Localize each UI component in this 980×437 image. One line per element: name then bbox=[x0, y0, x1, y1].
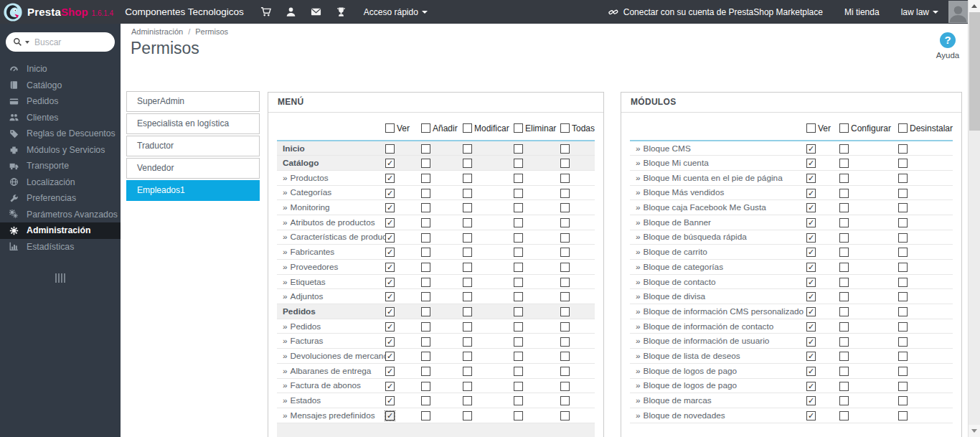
permission-checkbox[interactable] bbox=[839, 367, 849, 376]
permission-checkbox[interactable] bbox=[463, 382, 472, 391]
permission-checkbox[interactable] bbox=[421, 307, 430, 316]
permission-checkbox[interactable] bbox=[421, 174, 430, 183]
permission-checkbox[interactable] bbox=[898, 233, 908, 243]
permission-checkbox[interactable] bbox=[421, 352, 430, 361]
permission-checkbox[interactable] bbox=[839, 159, 849, 168]
permission-checkbox[interactable] bbox=[898, 367, 908, 376]
permission-checkbox[interactable] bbox=[839, 278, 849, 287]
permission-checkbox[interactable] bbox=[421, 233, 430, 243]
permission-checkbox[interactable] bbox=[560, 233, 570, 243]
permission-checkbox[interactable]: ✓ bbox=[806, 159, 816, 168]
permission-checkbox[interactable] bbox=[514, 292, 523, 301]
permission-checkbox[interactable] bbox=[463, 322, 472, 332]
help-button[interactable]: ? Ayuda bbox=[930, 32, 965, 60]
permission-checkbox[interactable] bbox=[898, 396, 908, 405]
profile-item-vendedor[interactable]: Vendedor bbox=[126, 158, 260, 179]
permission-checkbox[interactable] bbox=[839, 263, 849, 272]
permission-checkbox[interactable] bbox=[514, 248, 523, 257]
permission-checkbox[interactable] bbox=[560, 278, 570, 287]
profile-item-especialista-en-logistica[interactable]: Especialista en logística bbox=[126, 113, 260, 134]
permission-checkbox[interactable] bbox=[514, 411, 523, 420]
permission-checkbox[interactable]: ✓ bbox=[385, 367, 395, 376]
permission-checkbox[interactable] bbox=[560, 292, 570, 301]
permission-checkbox[interactable] bbox=[514, 218, 523, 227]
permission-checkbox[interactable] bbox=[560, 396, 570, 405]
breadcrumb-section[interactable]: Administración bbox=[131, 27, 183, 36]
permission-checkbox[interactable]: ✓ bbox=[806, 411, 816, 420]
permission-checkbox[interactable] bbox=[839, 233, 849, 243]
permission-checkbox[interactable] bbox=[463, 307, 472, 316]
sidebar-item-parametros-avanzados[interactable]: Parámetros Avanzados bbox=[0, 207, 121, 223]
permission-checkbox[interactable] bbox=[560, 144, 570, 154]
permission-checkbox[interactable] bbox=[463, 218, 472, 227]
permission-checkbox[interactable]: ✓ bbox=[385, 278, 395, 287]
permission-checkbox[interactable] bbox=[514, 307, 523, 316]
permission-checkbox[interactable] bbox=[560, 174, 570, 183]
permission-checkbox[interactable]: ✓ bbox=[806, 189, 816, 198]
permission-checkbox[interactable] bbox=[421, 367, 430, 376]
permission-checkbox[interactable] bbox=[839, 218, 849, 227]
permission-checkbox[interactable] bbox=[421, 248, 430, 257]
permission-checkbox[interactable] bbox=[839, 292, 849, 301]
permission-checkbox[interactable]: ✓ bbox=[806, 174, 816, 183]
permission-checkbox[interactable] bbox=[463, 144, 472, 154]
permission-checkbox[interactable] bbox=[514, 337, 523, 347]
permission-checkbox[interactable] bbox=[839, 307, 849, 316]
permission-checkbox[interactable] bbox=[560, 307, 570, 316]
select-all-todas-checkbox[interactable] bbox=[560, 123, 570, 133]
permission-checkbox[interactable] bbox=[514, 382, 523, 391]
permission-checkbox[interactable] bbox=[463, 337, 472, 347]
permission-checkbox[interactable] bbox=[560, 263, 570, 272]
permission-checkbox[interactable] bbox=[514, 367, 523, 376]
permission-checkbox[interactable] bbox=[514, 144, 523, 154]
permission-checkbox[interactable]: ✓ bbox=[385, 233, 395, 243]
permission-checkbox[interactable] bbox=[898, 174, 908, 183]
user-icon[interactable] bbox=[286, 6, 296, 17]
permission-checkbox[interactable] bbox=[839, 203, 849, 212]
permission-checkbox[interactable] bbox=[463, 367, 472, 376]
permission-checkbox[interactable]: ✓ bbox=[385, 218, 395, 227]
permission-checkbox[interactable]: ✓ bbox=[385, 352, 395, 361]
permission-checkbox[interactable]: ✓ bbox=[806, 292, 816, 301]
permission-checkbox[interactable] bbox=[463, 278, 472, 287]
avatar[interactable] bbox=[948, 1, 968, 23]
permission-checkbox[interactable] bbox=[839, 411, 849, 420]
permission-checkbox[interactable] bbox=[463, 396, 472, 405]
permission-checkbox[interactable] bbox=[560, 322, 570, 332]
profile-item-superadmin[interactable]: SuperAdmin bbox=[126, 91, 260, 112]
permission-checkbox[interactable] bbox=[560, 159, 570, 168]
permission-checkbox[interactable] bbox=[839, 382, 849, 391]
permission-checkbox[interactable]: ✓ bbox=[385, 307, 395, 316]
permission-checkbox[interactable]: ✓ bbox=[385, 263, 395, 272]
sidebar-item-administracion[interactable]: Administración bbox=[0, 222, 121, 239]
permission-checkbox[interactable] bbox=[898, 411, 908, 420]
permission-checkbox[interactable] bbox=[463, 233, 472, 243]
permission-checkbox[interactable] bbox=[839, 174, 849, 183]
permission-checkbox[interactable] bbox=[421, 382, 430, 391]
permission-checkbox[interactable] bbox=[839, 248, 849, 257]
permission-checkbox[interactable]: ✓ bbox=[806, 382, 816, 391]
permission-checkbox[interactable] bbox=[560, 218, 570, 227]
permission-checkbox[interactable] bbox=[898, 292, 908, 301]
sidebar-item-inicio[interactable]: Inicio bbox=[0, 61, 121, 77]
permission-checkbox[interactable] bbox=[898, 263, 908, 272]
select-all-eliminar-checkbox[interactable] bbox=[514, 123, 523, 133]
permission-checkbox[interactable] bbox=[463, 159, 472, 168]
permission-checkbox[interactable]: ✓ bbox=[806, 218, 816, 227]
sidebar-search[interactable] bbox=[6, 32, 115, 52]
permission-checkbox[interactable] bbox=[898, 278, 908, 287]
marketplace-link[interactable]: Conectar con su cuenta de PrestaShop Mar… bbox=[608, 7, 823, 17]
permission-checkbox[interactable] bbox=[421, 144, 430, 154]
permission-checkbox[interactable] bbox=[560, 337, 570, 347]
permission-checkbox[interactable] bbox=[421, 322, 430, 332]
permission-checkbox[interactable] bbox=[839, 322, 849, 332]
permission-checkbox[interactable]: ✓ bbox=[806, 263, 816, 272]
permission-checkbox[interactable] bbox=[839, 352, 849, 361]
permission-checkbox[interactable] bbox=[514, 203, 523, 212]
permission-checkbox[interactable]: ✓ bbox=[806, 203, 816, 212]
sidebar-item-reglas-de-descuentos[interactable]: Reglas de Descuentos bbox=[0, 126, 121, 142]
select-all-modificar-checkbox[interactable] bbox=[463, 123, 472, 133]
permission-checkbox[interactable]: ✓ bbox=[385, 159, 395, 168]
permission-checkbox[interactable] bbox=[514, 233, 523, 243]
permission-checkbox[interactable]: ✓ bbox=[385, 292, 395, 301]
